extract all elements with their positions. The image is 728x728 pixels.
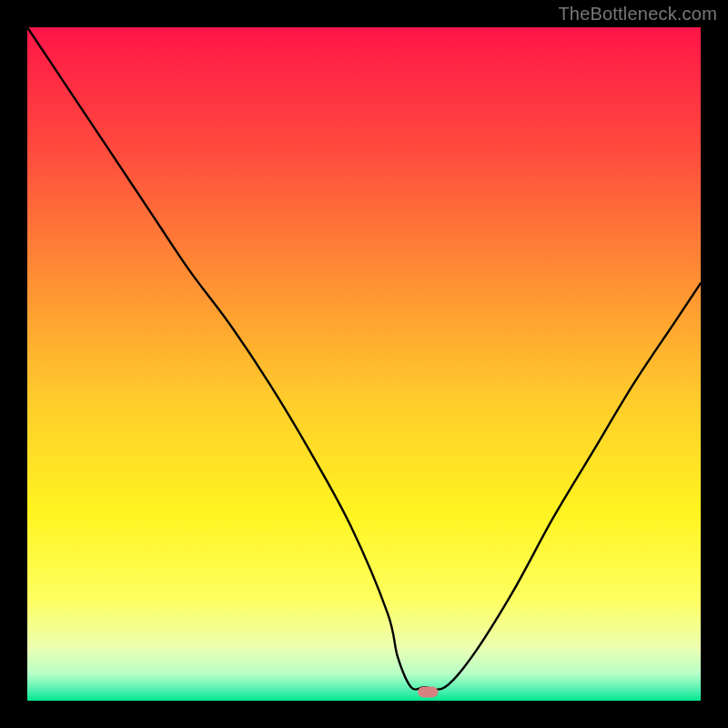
bottleneck-chart xyxy=(0,0,728,728)
optimal-marker xyxy=(418,686,438,697)
chart-container: TheBottleneck.com xyxy=(0,0,728,728)
watermark-text: TheBottleneck.com xyxy=(558,4,717,25)
chart-plot-bg xyxy=(27,27,701,701)
